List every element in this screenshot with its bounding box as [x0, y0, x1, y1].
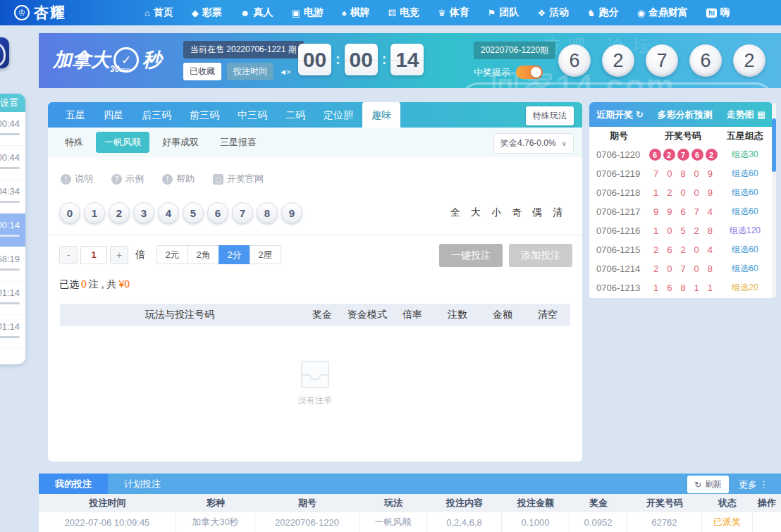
- tab-sixing[interactable]: 四星: [94, 102, 133, 128]
- unit-jiao[interactable]: 2角: [187, 245, 219, 264]
- sidebar-lottery-item[interactable]: 01:14: [0, 315, 25, 349]
- tab-my-bets-active[interactable]: 我的投注: [39, 474, 108, 494]
- multiplier-minus-button[interactable]: -: [59, 246, 78, 264]
- tab-dingweidan[interactable]: 定位胆: [314, 102, 362, 128]
- lottery-cell: 加拿大30秒: [176, 512, 255, 532]
- tab-plan-bets[interactable]: 计划投注: [108, 474, 177, 494]
- countdown-bar: [0, 201, 20, 203]
- special-play-button[interactable]: 特殊玩法: [526, 106, 574, 125]
- tab-zhongsanma[interactable]: 中三码: [228, 102, 276, 128]
- recent-row: 0706-1219 70809 组选60: [589, 164, 773, 183]
- tab-housanma[interactable]: 后三码: [133, 102, 180, 128]
- quick-pick-big[interactable]: 大: [471, 206, 481, 219]
- nav-label: 活动: [549, 6, 569, 19]
- refresh-button[interactable]: ↻ 刷新: [687, 476, 729, 493]
- combo-link[interactable]: 组选120: [718, 225, 773, 237]
- nav-item-esports[interactable]: ⚄电竞: [388, 6, 419, 19]
- multiplier-plus-button[interactable]: +: [110, 246, 128, 264]
- mute-speaker-icon[interactable]: ◄×: [279, 68, 290, 76]
- unit-fen-active[interactable]: 2分: [219, 245, 250, 264]
- subtab-yifanfengshun-active[interactable]: 一帆风顺: [96, 132, 149, 153]
- add-bet-button[interactable]: 添加投注: [509, 244, 572, 267]
- floating-widget-icon[interactable]: [0, 37, 9, 68]
- sidebar-lottery-item[interactable]: 00:44: [0, 146, 25, 180]
- combo-link[interactable]: 组选60: [718, 206, 773, 218]
- info-icon: !: [162, 174, 173, 185]
- brand[interactable]: ♔ 杏耀: [14, 3, 144, 23]
- tab-recent-draws[interactable]: 近期开奖↻: [596, 109, 644, 121]
- combo-link[interactable]: 组选30: [718, 149, 773, 161]
- sidebar-lottery-item[interactable]: 58:19: [0, 247, 25, 281]
- nav-item-hi[interactable]: hi嗨: [706, 6, 730, 19]
- draw-numbers: 12009: [648, 187, 718, 198]
- tab-erma[interactable]: 二码: [276, 102, 314, 128]
- sidebar-lottery-item-partial[interactable]: [0, 349, 25, 364]
- nav-item-team[interactable]: ⚑团队: [488, 6, 519, 19]
- unit-li[interactable]: 2厘: [250, 245, 281, 264]
- nav-item-sports[interactable]: ♛体育: [438, 6, 469, 19]
- nav-item-lottery[interactable]: ◆彩票: [192, 6, 222, 19]
- number-ball-3[interactable]: 3: [133, 202, 154, 223]
- multiplier-value[interactable]: 1: [80, 246, 107, 264]
- tab-wuxing[interactable]: 五星: [56, 102, 94, 128]
- help-link-official-site[interactable]: ◻开奖官网: [213, 173, 264, 185]
- number-ball-4[interactable]: 4: [158, 202, 179, 223]
- quick-pick-small[interactable]: 小: [491, 206, 501, 219]
- help-link-shili[interactable]: ?示例: [111, 173, 144, 185]
- combo-link[interactable]: 组选60: [718, 244, 773, 256]
- number-ball-1[interactable]: 1: [84, 202, 105, 223]
- draw-numbers: 26204: [648, 245, 718, 255]
- number-ball-6[interactable]: 6: [207, 202, 228, 223]
- win-tip-toggle[interactable]: [516, 66, 543, 79]
- quick-pick-even[interactable]: 偶: [532, 206, 542, 219]
- draw-numbers: 10528: [648, 225, 718, 236]
- nav-item-activity[interactable]: ❖活动: [537, 6, 569, 19]
- subtab-haoshichengshuang[interactable]: 好事成双: [154, 132, 207, 153]
- multiplier-label: 倍: [135, 249, 145, 261]
- sidebar-lottery-item[interactable]: 04:34: [0, 180, 25, 214]
- combo-link[interactable]: 组选60: [718, 168, 773, 180]
- number-ball-0[interactable]: 0: [59, 202, 80, 223]
- countdown-minutes: 00: [345, 44, 378, 75]
- one-key-bet-button[interactable]: 一键投注: [439, 244, 503, 267]
- tab-analysis-forecast[interactable]: 多彩分析预测: [658, 109, 713, 121]
- tab-qiansanma[interactable]: 前三码: [180, 102, 228, 128]
- subtab-sanxingbaoxi[interactable]: 三星报喜: [211, 132, 265, 153]
- bet-time-button[interactable]: 投注时间: [227, 63, 273, 80]
- combo-link[interactable]: 组选60: [718, 263, 773, 275]
- sidebar-lottery-item[interactable]: 01:14: [0, 281, 25, 315]
- nav-item-egames[interactable]: ▣电游: [292, 6, 324, 19]
- clear-column-header[interactable]: 清空: [525, 309, 570, 321]
- help-link-shuoming[interactable]: !说明: [61, 173, 93, 185]
- quick-pick-all[interactable]: 全: [450, 206, 460, 219]
- more-button[interactable]: 更多 ⋮: [739, 478, 768, 491]
- nav-item-chess[interactable]: ♠棋牌: [342, 6, 370, 19]
- number-ball-9[interactable]: 9: [281, 202, 302, 223]
- favorited-button[interactable]: 已收藏: [183, 63, 221, 80]
- nav-item-home[interactable]: ⌂首页: [144, 6, 173, 19]
- tab-trend-chart[interactable]: 走势图▦: [727, 109, 765, 121]
- person-icon: ☻: [240, 8, 250, 18]
- panel-scrollbar-thumb[interactable]: [772, 118, 776, 172]
- number-ball-2[interactable]: 2: [109, 202, 130, 223]
- quick-pick-clear[interactable]: 清: [553, 206, 562, 219]
- quick-pick-odd[interactable]: 奇: [512, 206, 522, 219]
- number-ball-8[interactable]: 8: [257, 202, 278, 223]
- nav-item-jinding-wealth[interactable]: ◉金鼎财富: [637, 6, 688, 19]
- sidebar-lottery-item-active[interactable]: 00:14: [0, 214, 25, 247]
- help-link-bangzhu[interactable]: !帮助: [162, 173, 195, 185]
- subtab-teshu[interactable]: 特殊: [56, 132, 92, 153]
- number-ball-7[interactable]: 7: [232, 202, 253, 223]
- tab-quwei-active[interactable]: 趣味: [362, 102, 400, 128]
- bonus-select[interactable]: 奖金4.76-0.0% ∨: [493, 133, 574, 154]
- nav-label: 跑分: [599, 6, 619, 19]
- sidebar-settings[interactable]: 设置: [0, 94, 25, 112]
- sidebar-lottery-item[interactable]: 00:44: [0, 112, 25, 146]
- nav-item-paofen[interactable]: ♞跑分: [587, 6, 619, 19]
- combo-link[interactable]: 组选20: [718, 282, 773, 294]
- unit-yuan[interactable]: 2元: [156, 245, 188, 264]
- number-ball-5[interactable]: 5: [183, 202, 204, 223]
- nav-item-live[interactable]: ☻真人: [240, 6, 273, 19]
- sub-play-tabs: 特殊 一帆风顺 好事成双 三星报喜 奖金4.76-0.0% ∨: [48, 128, 582, 157]
- combo-link[interactable]: 组选60: [718, 187, 773, 199]
